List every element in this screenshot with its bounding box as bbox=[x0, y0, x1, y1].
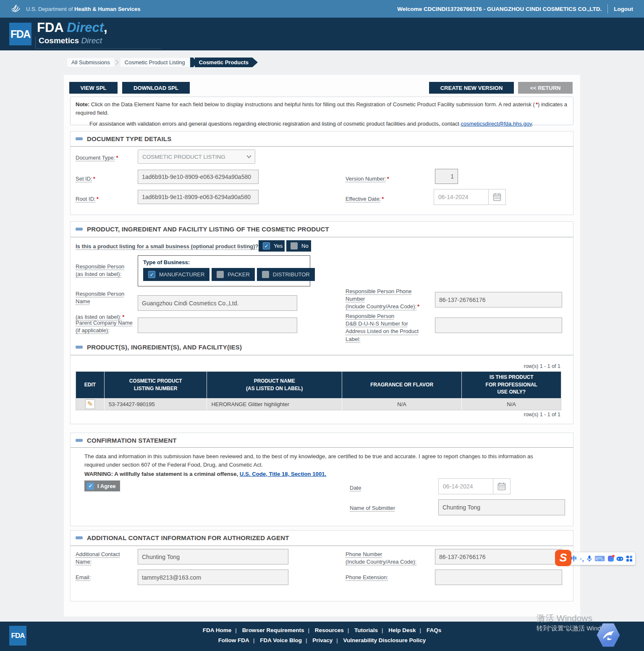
collapse-dash-icon[interactable] bbox=[76, 228, 83, 231]
collapse-dash-icon[interactable] bbox=[76, 439, 83, 442]
breadcrumb-cosmetic-product-listing[interactable]: Cosmetic Product Listing bbox=[120, 58, 189, 67]
version-number-input[interactable] bbox=[435, 169, 458, 184]
confirmation-date-input[interactable] bbox=[438, 478, 493, 494]
footer-link-resources[interactable]: Resources bbox=[315, 627, 344, 633]
collapse-dash-icon[interactable] bbox=[76, 137, 83, 140]
email-input[interactable] bbox=[138, 570, 288, 585]
notification-dot bbox=[612, 555, 615, 557]
set-id-input[interactable] bbox=[138, 170, 259, 184]
logout-link[interactable]: Logout bbox=[614, 6, 633, 12]
section-divider bbox=[71, 146, 573, 147]
gamepad-icon[interactable] bbox=[616, 556, 623, 561]
manufacturer-checkbox[interactable]: ✓ MANUFACTURER bbox=[143, 268, 209, 281]
name-of-submitter-label[interactable]: Name of Submitter bbox=[350, 504, 395, 512]
additional-contact-name-input[interactable] bbox=[138, 549, 288, 564]
duns-label[interactable]: Responsible Person D&B D-U-N-S Number fo… bbox=[346, 312, 419, 343]
set-id-label[interactable]: Set ID:* bbox=[76, 175, 95, 183]
required-asterisk: * bbox=[387, 176, 389, 182]
footer-link-fda-home[interactable]: FDA Home bbox=[203, 627, 232, 633]
dept-name: Health & Human Services bbox=[74, 6, 141, 12]
skin-theme-icon[interactable] bbox=[608, 556, 614, 562]
punctuation-icon[interactable]: ·, bbox=[580, 555, 584, 562]
small-business-no-checkbox[interactable]: No bbox=[286, 240, 311, 252]
date-label[interactable]: Date bbox=[350, 484, 361, 492]
duns-input[interactable] bbox=[435, 318, 562, 333]
i-agree-checkbox[interactable]: ✓ I Agree bbox=[84, 480, 120, 491]
footer-link-help-desk[interactable]: Help Desk bbox=[388, 627, 416, 633]
breadcrumb-all-submissions[interactable]: All Submissions bbox=[67, 58, 114, 67]
additional-contact-name-label[interactable]: Additional Contact Name: bbox=[76, 551, 120, 566]
required-asterisk: * bbox=[382, 196, 384, 202]
packer-label: PACKER bbox=[228, 271, 250, 278]
footer-separator: | bbox=[306, 637, 307, 643]
name-of-submitter-input[interactable] bbox=[438, 499, 565, 515]
responsible-person-phone-label[interactable]: Responsible Person Phone Number (Include… bbox=[346, 288, 419, 311]
footer-link-faqs[interactable]: FAQs bbox=[427, 627, 441, 633]
footer-separator: | bbox=[253, 637, 255, 643]
packer-checkbox[interactable]: PACKER bbox=[212, 268, 255, 281]
return-button[interactable]: << RETURN bbox=[518, 82, 573, 94]
edit-row-button[interactable]: ✎ bbox=[85, 399, 95, 409]
section-divider bbox=[71, 447, 573, 448]
phone-extension-input[interactable] bbox=[435, 570, 562, 585]
additional-contact-section: ADDITIONAL CONTACT INFORMATION FOR AUTHO… bbox=[70, 530, 573, 601]
main-content: VIEW SPL DOWNLOAD SPL CREATE NEW VERSION… bbox=[64, 75, 580, 617]
parent-company-label[interactable]: Parent Company Name (if applicable): bbox=[76, 319, 133, 334]
responsible-person-name-label[interactable]: Responsible Person Name (as listed on la… bbox=[76, 290, 124, 321]
additional-phone-label[interactable]: Phone Number (Include Country/Area Code)… bbox=[346, 551, 416, 566]
version-number-label[interactable]: Version Number:* bbox=[346, 175, 389, 183]
collapse-dash-icon[interactable] bbox=[76, 346, 83, 349]
footer-separator: | bbox=[420, 627, 421, 633]
cosmetics-direct-email-link[interactable]: cosmeticsdirect@fda.hhs.gov bbox=[461, 121, 531, 127]
toolbox-grid-icon[interactable] bbox=[626, 556, 632, 562]
footer-link-browser-requirements[interactable]: Browser Requirements bbox=[242, 627, 304, 633]
effective-date-input[interactable] bbox=[434, 189, 489, 205]
breadcrumb: All Submissions Cosmetic Product Listing… bbox=[67, 58, 258, 67]
chinese-mode-icon[interactable]: 中 bbox=[571, 555, 577, 563]
subsection-title: PRODUCT(S), INGREDIENT(S), AND FACILITY(… bbox=[87, 344, 242, 351]
document-type-select[interactable]: COSMETIC PRODUCT LISTING bbox=[138, 150, 255, 164]
download-spl-button[interactable]: DOWNLOAD SPL bbox=[122, 82, 190, 94]
section-divider bbox=[71, 355, 573, 355]
distributor-checkbox[interactable]: DISTRIBUTOR bbox=[257, 268, 315, 281]
small-business-label[interactable]: Is this a product listing for a small bu… bbox=[76, 243, 260, 250]
email-label[interactable]: Email: bbox=[76, 574, 91, 581]
document-type-label[interactable]: Document Type:* bbox=[76, 154, 118, 162]
no-label: No bbox=[301, 243, 309, 249]
view-spl-button[interactable]: VIEW SPL bbox=[69, 82, 118, 94]
effective-date-label[interactable]: Effective Date:* bbox=[346, 195, 384, 203]
note-assist-period: . bbox=[532, 121, 534, 127]
row-count-bottom: row(s) 1 - 1 of 1 bbox=[524, 412, 560, 417]
responsible-person-label[interactable]: Responsible Person (as listed on label): bbox=[76, 263, 124, 278]
sogou-ime-logo[interactable]: S bbox=[555, 550, 571, 566]
app-title-fda: FDA bbox=[37, 20, 67, 35]
responsible-person-name-input[interactable] bbox=[138, 295, 297, 311]
note-assist: For assistance with validation errors an… bbox=[76, 120, 568, 128]
breadcrumb-cosmetic-products[interactable]: Cosmetic Products bbox=[195, 58, 258, 67]
footer-link-follow-fda[interactable]: Follow FDA bbox=[218, 637, 249, 643]
create-new-version-button[interactable]: CREATE NEW VERSION bbox=[429, 82, 514, 94]
calendar-icon[interactable] bbox=[493, 478, 510, 494]
app-title: FDA Direct, bbox=[37, 20, 107, 35]
responsible-person-phone-input[interactable] bbox=[435, 292, 562, 307]
note-paragraph: Note: Click on the Data Element Name for… bbox=[76, 100, 568, 117]
root-id-input[interactable] bbox=[138, 190, 259, 204]
phone-extension-label[interactable]: Phone Extension: bbox=[346, 574, 388, 581]
col-header-product-name: PRODUCT NAME (AS LISTED ON LABEL) bbox=[207, 372, 342, 398]
footer-link-fda-voice-blog[interactable]: FDA Voice Blog bbox=[260, 637, 302, 643]
microphone-icon[interactable] bbox=[587, 555, 592, 562]
keyboard-icon[interactable]: ⌨ bbox=[594, 554, 605, 563]
additional-phone-input[interactable] bbox=[435, 549, 562, 564]
footer-link-privacy[interactable]: Privacy bbox=[312, 637, 332, 643]
footer-link-tutorials[interactable]: Tutorials bbox=[354, 627, 378, 633]
row-count-top: row(s) 1 - 1 of 1 bbox=[524, 363, 560, 369]
root-id-label[interactable]: Root ID:* bbox=[76, 195, 99, 203]
collapse-dash-icon[interactable] bbox=[76, 536, 83, 539]
parent-company-input[interactable] bbox=[138, 318, 297, 333]
calendar-icon[interactable] bbox=[489, 189, 506, 205]
checked-checkbox-icon: ✓ bbox=[87, 483, 94, 490]
footer-link-vulnerability-policy[interactable]: Vulnerability Disclosure Policy bbox=[343, 637, 426, 643]
small-business-yes-checkbox[interactable]: ✓ Yes bbox=[259, 240, 285, 252]
us-code-link[interactable]: U.S. Code, Title 18, Section 1001. bbox=[240, 471, 326, 477]
chevron-right-icon bbox=[113, 60, 119, 65]
